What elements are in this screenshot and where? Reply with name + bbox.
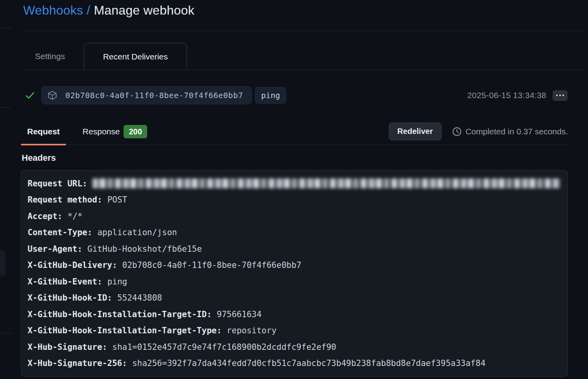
header-value: repository bbox=[227, 326, 276, 335]
header-label: X-GitHub-Hook-Installation-Target-ID: bbox=[28, 310, 212, 319]
header-line: X-GitHub-Hook-Installation-Target-Type:r… bbox=[28, 323, 561, 339]
header-line: X-GitHub-Hook-ID:552443808 bbox=[28, 290, 561, 307]
left-panel-divider bbox=[0, 107, 12, 108]
clock-icon bbox=[452, 126, 462, 137]
tab-settings[interactable]: Settings bbox=[27, 43, 73, 70]
header-label: X-GitHub-Hook-Installation-Target-Type: bbox=[28, 326, 222, 335]
request-response-tabbar: Request Response 200 Redeliver Completed… bbox=[21, 118, 568, 145]
header-line: Request method:POST bbox=[28, 192, 561, 208]
delivery-timestamp: 2025-06-15 13:34:38 bbox=[467, 91, 546, 100]
delivery-event-badge: ping bbox=[255, 87, 286, 104]
header-line: Accept:*/* bbox=[28, 208, 561, 225]
header-line: Request URL: bbox=[28, 175, 561, 192]
header-value: ping bbox=[107, 277, 128, 286]
package-icon bbox=[47, 90, 57, 100]
redeliver-button[interactable]: Redeliver bbox=[389, 123, 442, 140]
page-title: Webhooks / Manage webhook bbox=[23, 3, 194, 18]
header-value: */* bbox=[68, 212, 83, 221]
left-panel-divider bbox=[0, 28, 12, 28]
header-line: X-Hub-Signature:sha1=0152e457d7c9e74f7c1… bbox=[28, 339, 561, 355]
header-label: Accept: bbox=[28, 212, 63, 221]
tab-request-label: Request bbox=[27, 127, 60, 136]
header-value: 02b708c0-4a0f-11f0-8bee-70f4f66e0bb7 bbox=[122, 260, 301, 270]
delivery-row: 02b708c0-4a0f-11f0-8bee-70f4f66e0bb7 pin… bbox=[23, 86, 568, 105]
header-value: 552443808 bbox=[117, 293, 162, 303]
header-line: Content-Type:application/json bbox=[28, 225, 561, 241]
breadcrumb-current: Manage webhook bbox=[94, 3, 194, 17]
header-line: User-Agent:GitHub-Hookshot/fb6e15e bbox=[28, 241, 561, 257]
delivery-actions: Redeliver Completed in 0.37 seconds. bbox=[389, 123, 568, 140]
tab-response[interactable]: Response 200 bbox=[77, 118, 153, 145]
header-value: GitHub-Hookshot/fb6e15e bbox=[87, 244, 202, 254]
breadcrumb-webhooks-link[interactable]: Webhooks bbox=[23, 3, 83, 17]
kebab-dot bbox=[559, 95, 561, 96]
header-line: X-Hub-Signature-256:sha256=392f7a7da434f… bbox=[28, 355, 561, 372]
header-line: X-GitHub-Event:ping bbox=[28, 273, 561, 290]
header-label: X-GitHub-Hook-ID: bbox=[28, 293, 112, 303]
kebab-dot bbox=[562, 95, 564, 96]
header-label: X-GitHub-Delivery: bbox=[28, 260, 117, 270]
kebab-dot bbox=[556, 95, 558, 96]
header-label: Content-Type: bbox=[28, 228, 92, 237]
manage-webhook-page: Webhooks / Manage webhook Settings Recen… bbox=[0, 0, 588, 379]
header-value: sha256=392f7a7da434fedd7d0cfb51c7aabcbc7… bbox=[132, 359, 486, 368]
check-icon bbox=[24, 90, 35, 101]
header-label: X-Hub-Signature-256: bbox=[28, 359, 127, 368]
response-status-badge: 200 bbox=[124, 125, 147, 138]
header-value: POST bbox=[107, 195, 128, 204]
left-panel-item-partial bbox=[0, 250, 6, 277]
delivery-options-button[interactable] bbox=[553, 90, 568, 101]
header-label: User-Agent: bbox=[28, 244, 82, 254]
delivery-guid-button[interactable]: 02b708c0-4a0f-11f0-8bee-70f4f66e0bb7 bbox=[41, 86, 252, 104]
title-divider bbox=[23, 31, 584, 31]
header-value: 975661634 bbox=[217, 310, 262, 319]
webhook-tabnav: Settings Recent Deliveries bbox=[23, 43, 584, 70]
header-label: Request method: bbox=[28, 195, 102, 204]
headers-heading: Headers bbox=[22, 153, 56, 163]
header-label: X-Hub-Signature: bbox=[28, 342, 107, 352]
breadcrumb-separator: / bbox=[83, 3, 94, 17]
header-label: X-GitHub-Event: bbox=[28, 277, 102, 286]
header-line: X-GitHub-Delivery:02b708c0-4a0f-11f0-8be… bbox=[28, 257, 561, 274]
active-tab-underline bbox=[21, 144, 66, 145]
left-panel-divider bbox=[0, 333, 12, 333]
tab-response-label: Response bbox=[83, 127, 120, 136]
completed-duration-text: Completed in 0.37 seconds. bbox=[466, 127, 568, 136]
header-value: sha1=0152e457d7c9e74f7c168900b2dcddfc9fe… bbox=[112, 342, 336, 352]
redacted-url-blur bbox=[92, 178, 560, 188]
tab-recent-deliveries[interactable]: Recent Deliveries bbox=[84, 43, 187, 70]
request-headers-block: Request URL: Request method:POST Accept:… bbox=[21, 170, 568, 377]
header-value: application/json bbox=[97, 228, 177, 237]
delivery-meta: 2025-06-15 13:34:38 bbox=[467, 90, 568, 101]
delivery-guid: 02b708c0-4a0f-11f0-8bee-70f4f66e0bb7 bbox=[65, 91, 243, 100]
left-panel-edge bbox=[0, 0, 7, 379]
header-label: Request URL: bbox=[28, 179, 87, 188]
tab-request[interactable]: Request bbox=[21, 118, 66, 145]
header-line: X-GitHub-Hook-Installation-Target-ID:975… bbox=[28, 306, 561, 323]
